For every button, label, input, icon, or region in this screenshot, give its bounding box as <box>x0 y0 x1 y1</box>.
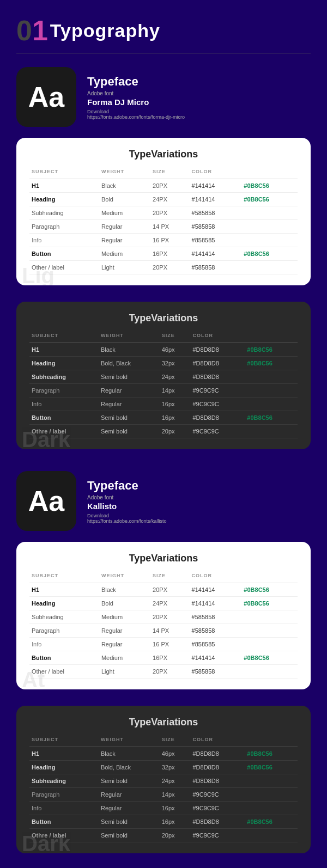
tv1-dark-col-subject: SUBJECT <box>29 331 99 343</box>
tv1-dark-card: TypeVariations SUBJECT WEIGHT SIZE COLOR… <box>16 302 311 449</box>
subject-cell: Button <box>29 411 99 425</box>
color-cell: #D8D8D8 <box>190 411 245 425</box>
color-cell: #9C9C9C <box>190 398 245 411</box>
page-header: 01 Typography <box>16 16 311 45</box>
tv2-dark-table: SUBJECT WEIGHT SIZE COLOR H1Black46px#D8… <box>29 735 298 842</box>
weight-cell: Semi bold <box>99 425 160 438</box>
weight-cell: Bold, Black <box>99 357 160 370</box>
table-row: H1Black46px#D8D8D8#0B8C56 <box>29 747 298 761</box>
accent-cell: #0B8C56 <box>245 761 298 774</box>
color-cell: #D8D8D8 <box>190 815 245 829</box>
size-cell: 24px <box>160 370 191 384</box>
tv2-light-col-weight: WEIGHT <box>99 571 150 583</box>
size-cell: 16px <box>160 815 191 829</box>
tv1-light-title: TypeVariations <box>29 149 298 160</box>
color-cell: #D8D8D8 <box>190 761 245 774</box>
subject-cell: Othre / label <box>29 829 99 842</box>
table-row: SubheadingMedium20PX#585858 <box>29 206 298 220</box>
subject-cell: Paragraph <box>29 384 99 398</box>
accent-cell: #0B8C56 <box>241 193 298 206</box>
color-cell: #141414 <box>190 179 242 193</box>
subject-cell: Paragraph <box>29 220 99 234</box>
typeface1-download-link[interactable]: https://fonts.adobe.com/fonts/forma-djr-… <box>87 114 185 120</box>
weight-cell: Black <box>99 343 160 357</box>
tv2-dark-col-color: COLOR <box>190 735 245 747</box>
page-container: 01 Typography Aa Typeface Adobe font For… <box>0 0 327 868</box>
color-cell: #141414 <box>190 597 242 610</box>
weight-cell: Medium <box>99 206 150 220</box>
size-cell: 20PX <box>150 665 190 678</box>
tv2-light-card: TypeVariations SUBJECT WEIGHT SIZE COLOR… <box>16 542 311 689</box>
typeface2-icon: Aa <box>16 471 76 531</box>
accent-cell <box>245 370 298 384</box>
weight-cell: Black <box>99 179 150 193</box>
tv2-light-table: SUBJECT WEIGHT SIZE COLOR H1Black20PX#14… <box>29 571 298 678</box>
typeface1-info: Typeface Adobe font Forma DJ Micro Downl… <box>87 75 185 120</box>
tv1-light-col-weight: WEIGHT <box>99 167 150 179</box>
typeface2-download-link[interactable]: https://fonts.adobe.com/fonts/kallisto <box>87 518 167 524</box>
header-divider <box>16 53 311 53</box>
accent-cell <box>245 384 298 398</box>
number-prefix: 0 <box>16 15 32 46</box>
size-cell: 20PX <box>150 583 190 597</box>
weight-cell: Bold <box>99 597 150 610</box>
color-cell: #D8D8D8 <box>190 357 245 370</box>
accent-cell: #0B8C56 <box>245 815 298 829</box>
tv2-dark-card: TypeVariations SUBJECT WEIGHT SIZE COLOR… <box>16 706 311 853</box>
weight-cell: Regular <box>99 384 160 398</box>
typeface1-name: Forma DJ Micro <box>87 97 185 107</box>
subject-cell: H1 <box>29 583 99 597</box>
subject-cell: Heading <box>29 357 99 370</box>
table-row: ButtonSemi bold16px#D8D8D8#0B8C56 <box>29 815 298 829</box>
subject-cell: Subheading <box>29 370 99 384</box>
accent-cell <box>241 220 298 234</box>
size-cell: 16PX <box>150 247 190 261</box>
size-cell: 24px <box>160 774 191 788</box>
weight-cell: Regular <box>99 398 160 411</box>
accent-cell <box>245 802 298 815</box>
weight-cell: Bold, Black <box>99 761 160 774</box>
table-row: InfoRegular16px#9C9C9C <box>29 398 298 411</box>
accent-cell <box>241 665 298 678</box>
weight-cell: Semi bold <box>99 774 160 788</box>
weight-cell: Regular <box>99 802 160 815</box>
accent-cell: #0B8C56 <box>241 583 298 597</box>
size-cell: 20PX <box>150 610 190 624</box>
typeface1-block: Aa Typeface Adobe font Forma DJ Micro Do… <box>16 67 311 127</box>
weight-cell: Medium <box>99 247 150 261</box>
table-row: SubheadingSemi bold24px#D8D8D8 <box>29 370 298 384</box>
accent-cell: #0B8C56 <box>241 597 298 610</box>
tv1-dark-table: SUBJECT WEIGHT SIZE COLOR H1Black46px#D8… <box>29 331 298 438</box>
tv2-dark-col-size: SIZE <box>160 735 191 747</box>
size-cell: 24PX <box>150 597 190 610</box>
accent-cell: #0B8C56 <box>245 357 298 370</box>
color-cell: #D8D8D8 <box>190 343 245 357</box>
size-cell: 16px <box>160 411 191 425</box>
color-cell: #9C9C9C <box>190 829 245 842</box>
table-row: HeadingBold24PX#141414#0B8C56 <box>29 597 298 610</box>
weight-cell: Semi bold <box>99 829 160 842</box>
table-row: InfoRegular16 PX#858585 <box>29 638 298 651</box>
table-row: InfoRegular16px#9C9C9C <box>29 802 298 815</box>
subject-cell: Paragraph <box>29 624 99 638</box>
weight-cell: Regular <box>99 638 150 651</box>
subject-cell: Othre / label <box>29 425 99 438</box>
accent-cell <box>245 425 298 438</box>
weight-cell: Bold <box>99 193 150 206</box>
subject-cell: Heading <box>29 193 99 206</box>
accent-cell <box>245 788 298 802</box>
subject-cell: Subheading <box>29 206 99 220</box>
tv1-dark-col-size: SIZE <box>160 331 191 343</box>
number-highlight: 1 <box>32 15 48 46</box>
size-cell: 24PX <box>150 193 190 206</box>
accent-cell: #0B8C56 <box>245 343 298 357</box>
weight-cell: Regular <box>99 220 150 234</box>
table-row: InfoRegular16 PX#858585 <box>29 234 298 247</box>
tv2-light-title: TypeVariations <box>29 553 298 564</box>
tv2-light-col-subject: SUBJECT <box>29 571 99 583</box>
color-cell: #141414 <box>190 193 242 206</box>
color-cell: #D8D8D8 <box>190 774 245 788</box>
typeface1-sublabel: Adobe font <box>87 90 185 96</box>
accent-cell <box>241 206 298 220</box>
color-cell: #141414 <box>190 583 242 597</box>
